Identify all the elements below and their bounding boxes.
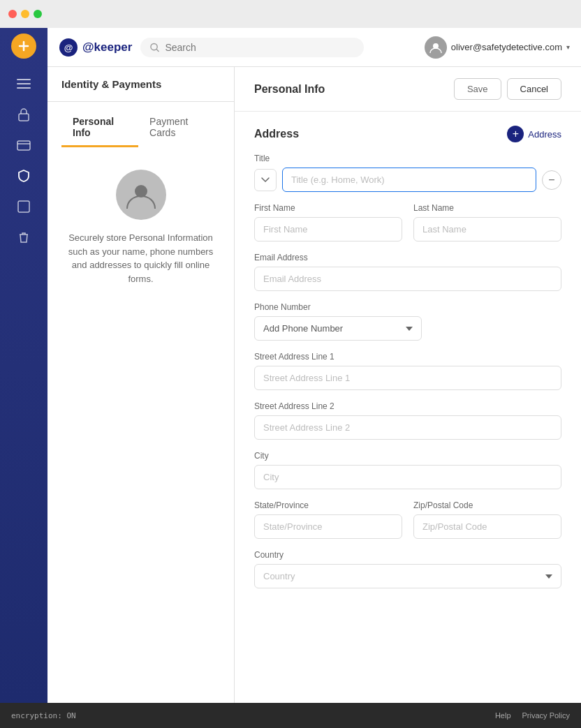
email-label: Email Address: [254, 253, 561, 262]
svg-rect-3: [19, 114, 29, 121]
main-form: Personal Info Save Cancel Address + Addr…: [235, 67, 581, 703]
zip-field: Zip/Postal Code: [413, 500, 561, 539]
country-select[interactable]: Country: [254, 564, 561, 588]
search-input[interactable]: [165, 42, 354, 53]
close-button[interactable]: [8, 10, 17, 18]
last-name-label: Last Name: [413, 203, 561, 213]
section-title: Address: [254, 128, 299, 140]
email-field-group: Email Address: [254, 253, 561, 291]
privacy-link[interactable]: Privacy Policy: [522, 711, 570, 720]
country-field-group: Country Country: [254, 550, 561, 588]
form-header: Personal Info Save Cancel: [235, 67, 581, 112]
state-zip-fields: State/Province Zip/Postal Code: [254, 500, 561, 539]
street2-input[interactable]: [254, 415, 561, 440]
search-bar[interactable]: [140, 38, 364, 57]
section-header: Address + Address: [254, 126, 561, 142]
title-input-wrapper: [282, 168, 536, 192]
avatar: [425, 36, 447, 59]
city-field-group: City: [254, 451, 561, 489]
menu-icon[interactable]: [11, 71, 36, 96]
shield-icon[interactable]: [11, 163, 36, 188]
icon-sidebar: [0, 28, 47, 703]
header-actions: Save Cancel: [454, 78, 561, 100]
title-remove-button[interactable]: −: [542, 170, 561, 190]
secondary-sidebar: Identity & Payments Personal Info Paymen…: [47, 67, 235, 703]
first-name-label: First Name: [254, 203, 402, 213]
state-input[interactable]: [254, 514, 402, 539]
logo-text: @keeper: [82, 40, 132, 54]
form-title: Personal Info: [254, 83, 325, 96]
square-icon[interactable]: [11, 194, 36, 219]
first-name-field: First Name: [254, 203, 402, 242]
trash-icon[interactable]: [11, 225, 36, 250]
street1-input[interactable]: [254, 366, 561, 390]
last-name-field: Last Name: [413, 203, 561, 242]
encryption-status: encryption: ON: [11, 711, 76, 720]
help-link[interactable]: Help: [495, 711, 511, 720]
street2-label: Street Address Line 2: [254, 401, 561, 411]
phone-label: Phone Number: [254, 302, 561, 312]
svg-rect-1: [17, 83, 31, 84]
street2-field-group: Street Address Line 2: [254, 401, 561, 440]
footer: encryption: ON Help Privacy Policy: [0, 703, 581, 728]
title-dropdown-button[interactable]: [254, 169, 277, 191]
zip-label: Zip/Postal Code: [413, 500, 561, 510]
city-input[interactable]: [254, 465, 561, 489]
city-label: City: [254, 451, 561, 461]
last-name-input[interactable]: [413, 217, 561, 242]
profile-avatar: [116, 170, 166, 220]
card-icon[interactable]: [11, 133, 36, 158]
lock-icon[interactable]: [11, 102, 36, 127]
add-address-label: Address: [528, 129, 561, 140]
title-input[interactable]: [282, 168, 536, 192]
tab-payment-cards[interactable]: Payment Cards: [138, 110, 220, 147]
form-body: Address + Address Title: [235, 112, 581, 614]
first-name-input[interactable]: [254, 217, 402, 242]
footer-links: Help Privacy Policy: [495, 711, 570, 720]
phone-field-group: Phone Number Add Phone Number: [254, 302, 561, 341]
title-field-group: Title −: [254, 154, 561, 192]
maximize-button[interactable]: [34, 10, 42, 18]
logo: @ @keeper: [59, 38, 132, 57]
svg-text:@: @: [64, 43, 73, 53]
state-field: State/Province: [254, 500, 402, 539]
state-label: State/Province: [254, 500, 402, 510]
topbar: @ @keeper oliver@safetydetective.com ▾: [47, 28, 581, 67]
svg-rect-2: [17, 87, 31, 89]
sidebar-title: Identity & Payments: [47, 67, 234, 102]
user-menu[interactable]: oliver@safetydetective.com ▾: [425, 36, 570, 59]
phone-select[interactable]: Add Phone Number: [254, 316, 422, 341]
sidebar-profile: Securely store Personal Information such…: [47, 147, 234, 297]
email-input[interactable]: [254, 267, 561, 291]
svg-rect-0: [17, 79, 31, 80]
street1-label: Street Address Line 1: [254, 352, 561, 362]
user-email: oliver@safetydetective.com: [451, 42, 562, 52]
dropdown-arrow-icon: ▾: [566, 43, 570, 51]
add-address-button[interactable]: + Address: [507, 126, 561, 142]
add-button[interactable]: [11, 34, 36, 59]
zip-input[interactable]: [413, 514, 561, 539]
svg-rect-5: [18, 201, 29, 212]
profile-description: Securely store Personal Information such…: [61, 231, 220, 285]
search-icon: [150, 43, 159, 52]
title-label: Title: [254, 154, 561, 163]
svg-rect-4: [17, 141, 30, 150]
country-label: Country: [254, 550, 561, 560]
titlebar: [0, 0, 581, 28]
street1-field-group: Street Address Line 1: [254, 352, 561, 390]
cancel-button[interactable]: Cancel: [507, 78, 561, 100]
minimize-button[interactable]: [21, 10, 29, 18]
save-button[interactable]: Save: [454, 78, 501, 100]
title-row: −: [254, 168, 561, 192]
circle-plus-icon: +: [507, 126, 524, 142]
tab-personal-info[interactable]: Personal Info: [61, 110, 138, 147]
name-fields: First Name Last Name: [254, 203, 561, 242]
sidebar-tabs: Personal Info Payment Cards: [47, 102, 234, 147]
